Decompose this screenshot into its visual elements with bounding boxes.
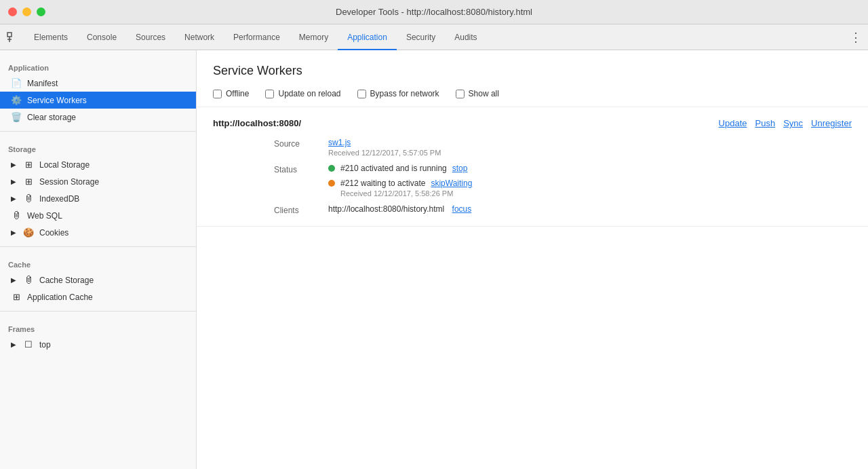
worker-url-row: http://localhost:8080/ Update Push Sync … (213, 118, 852, 128)
sidebar-item-indexeddb[interactable]: ▶ 🛢 IndexedDB (0, 190, 196, 207)
divider-3 (0, 311, 196, 312)
stop-link[interactable]: stop (452, 164, 468, 173)
inspect-icon[interactable] (3, 28, 22, 47)
push-link[interactable]: Push (755, 118, 775, 128)
source-file-link[interactable]: sw1.js (328, 138, 351, 147)
web-sql-label: Web SQL (27, 211, 62, 221)
unregister-link[interactable]: Unregister (811, 118, 852, 128)
indexeddb-label: IndexedDB (39, 194, 79, 204)
service-workers-options: Offline Update on reload Bypass for netw… (213, 89, 852, 98)
clear-storage-icon: 🗑️ (11, 112, 22, 122)
status-212-received: Received 12/12/2017, 5:58:26 PM (340, 189, 852, 198)
application-cache-label: Application Cache (27, 293, 93, 302)
frame-icon: ☐ (23, 339, 34, 350)
cache-storage-label: Cache Storage (39, 276, 94, 285)
show-all-label: Show all (469, 89, 499, 98)
worker-actions: Update Push Sync Unregister (719, 118, 852, 128)
expand-arrow-local-storage: ▶ (11, 161, 16, 168)
sidebar-item-application-cache[interactable]: ⊞ Application Cache (0, 288, 196, 305)
manifest-label: Manifest (27, 79, 58, 88)
application-section-label: Application (0, 56, 196, 75)
window-title: Developer Tools - http://localhost:8080/… (336, 7, 532, 17)
bypass-for-network-option[interactable]: Bypass for network (357, 89, 439, 98)
session-storage-label: Session Storage (39, 177, 99, 187)
close-button[interactable] (8, 7, 17, 16)
tab-application[interactable]: Application (338, 25, 397, 50)
sidebar-item-service-workers[interactable]: ⚙️ Service Workers (0, 92, 196, 109)
tab-sources[interactable]: Sources (126, 25, 175, 50)
show-all-option[interactable]: Show all (456, 89, 499, 98)
tab-security[interactable]: Security (397, 25, 445, 50)
tab-elements[interactable]: Elements (24, 25, 77, 50)
frames-section-label: Frames (0, 317, 196, 336)
status-212-line: #212 waiting to activate skipWaiting (328, 179, 852, 188)
source-received: Received 12/12/2017, 5:57:05 PM (328, 149, 852, 157)
more-options-icon[interactable]: ⋮ (846, 28, 865, 47)
local-storage-icon: ⊞ (23, 160, 34, 170)
expand-arrow-session-storage: ▶ (11, 178, 16, 185)
show-all-checkbox[interactable] (456, 90, 465, 98)
bypass-for-network-checkbox[interactable] (357, 90, 366, 98)
divider-2 (0, 246, 196, 247)
clear-storage-label: Clear storage (27, 113, 76, 122)
worker-entry: http://localhost:8080/ Update Push Sync … (197, 107, 868, 227)
sidebar-item-cache-storage[interactable]: ▶ 🛢 Cache Storage (0, 271, 196, 288)
tab-navigation: Elements Console Sources Network Perform… (24, 24, 487, 50)
cache-storage-icon: 🛢 (23, 275, 34, 285)
storage-section-label: Storage (0, 137, 196, 156)
status-210-line: #210 activated and is running stop (328, 164, 852, 173)
offline-option[interactable]: Offline (213, 89, 249, 98)
source-value: sw1.js Received 12/12/2017, 5:57:05 PM (328, 138, 852, 157)
clients-value: http://localhost:8080/history.html focus (328, 204, 852, 215)
tab-network[interactable]: Network (175, 25, 224, 50)
status-value: #210 activated and is running stop #212 … (328, 164, 852, 198)
worker-details: Source sw1.js Received 12/12/2017, 5:57:… (213, 138, 852, 215)
status-label: Status (274, 164, 328, 198)
svg-rect-0 (7, 33, 12, 37)
status-212-text: #212 waiting to activate (340, 179, 425, 188)
session-storage-icon: ⊞ (23, 176, 34, 187)
manifest-icon: 📄 (11, 78, 22, 88)
divider-1 (0, 131, 196, 132)
status-212-block: #212 waiting to activate skipWaiting Rec… (328, 179, 852, 198)
web-sql-icon: 🛢 (11, 210, 22, 221)
titlebar: Developer Tools - http://localhost:8080/… (0, 0, 868, 24)
expand-arrow-top: ▶ (11, 341, 16, 348)
clients-url: http://localhost:8080/history.html (328, 204, 444, 214)
sidebar-item-web-sql[interactable]: 🛢 Web SQL (0, 207, 196, 224)
top-label: top (39, 340, 51, 350)
update-on-reload-checkbox[interactable] (265, 90, 274, 98)
cache-section-label: Cache (0, 252, 196, 271)
offline-checkbox[interactable] (213, 90, 222, 98)
sidebar-item-manifest[interactable]: 📄 Manifest (0, 75, 196, 92)
status-210-dot (328, 165, 335, 172)
local-storage-label: Local Storage (39, 160, 90, 170)
status-212-dot (328, 180, 335, 187)
focus-link[interactable]: focus (452, 204, 472, 214)
sidebar-item-cookies[interactable]: ▶ 🍪 Cookies (0, 224, 196, 241)
application-cache-icon: ⊞ (11, 292, 22, 302)
minimize-button[interactable] (22, 7, 31, 16)
service-workers-icon: ⚙️ (11, 95, 22, 105)
worker-url: http://localhost:8080/ (213, 118, 301, 128)
bypass-for-network-label: Bypass for network (370, 89, 439, 98)
sync-link[interactable]: Sync (783, 118, 803, 128)
update-on-reload-option[interactable]: Update on reload (265, 89, 340, 98)
sidebar: Application 📄 Manifest ⚙️ Service Worker… (0, 50, 197, 469)
tab-memory[interactable]: Memory (290, 25, 338, 50)
tab-performance[interactable]: Performance (224, 25, 290, 50)
service-workers-title: Service Workers (213, 64, 852, 78)
sidebar-item-session-storage[interactable]: ▶ ⊞ Session Storage (0, 173, 196, 190)
update-on-reload-label: Update on reload (278, 89, 340, 98)
status-210-text: #210 activated and is running (340, 164, 447, 173)
tab-console[interactable]: Console (77, 25, 126, 50)
sidebar-item-local-storage[interactable]: ▶ ⊞ Local Storage (0, 156, 196, 173)
tab-audits[interactable]: Audits (445, 25, 486, 50)
skip-waiting-link[interactable]: skipWaiting (431, 179, 472, 188)
update-link[interactable]: Update (719, 118, 747, 128)
maximize-button[interactable] (37, 7, 45, 16)
clients-label: Clients (274, 204, 328, 215)
sidebar-item-top[interactable]: ▶ ☐ top (0, 336, 196, 353)
sidebar-item-clear-storage[interactable]: 🗑️ Clear storage (0, 109, 196, 126)
service-workers-label: Service Workers (27, 96, 87, 105)
